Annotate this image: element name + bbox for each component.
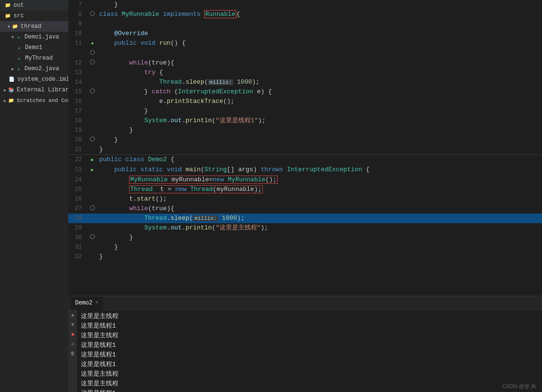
sidebar-item-scratches[interactable]: ▶ 📁 Scratches and Console: [0, 95, 68, 106]
table-row: 24 MyRunnable myRunnable=new MyRunnable(…: [68, 175, 542, 185]
code-editor[interactable]: 7 } 8 class MyRunnable implements Runnab…: [68, 0, 542, 296]
line-gutter: ▶: [88, 165, 97, 175]
bottom-side-icons: ▲ ▼ ■ ↺ 🗑: [68, 310, 77, 392]
line-code: @Override: [97, 29, 542, 38]
sidebar-label-mythread: MyThread: [25, 55, 53, 62]
line-gutter: ●: [88, 38, 97, 58]
console-line: 这里是线程1: [81, 341, 538, 350]
bottom-panel: Demo2 × ▲ ▼ ■ ↺ 🗑 这里是主线程这里是线程1这里是主线程这里是线…: [68, 296, 542, 392]
watermark: CSDN @登 风: [503, 383, 536, 390]
scroll-down-icon[interactable]: ▼: [69, 321, 76, 328]
sidebar-label-system-code: system_code.iml: [17, 76, 68, 83]
line-number: 28: [68, 214, 88, 223]
sidebar-label-ext-libs: External Libraries: [17, 87, 68, 93]
line-code: e.printStackTrace();: [97, 97, 542, 106]
clear-icon[interactable]: 🗑: [69, 350, 76, 357]
lib-icon-ext: 📚: [7, 86, 15, 94]
console-line: 这里是线程1: [81, 350, 538, 360]
line-number: 21: [68, 145, 88, 155]
table-row: 10 @Override: [68, 29, 542, 38]
java-icon-demo1: ☕: [15, 44, 23, 51]
line-number: 32: [68, 252, 88, 262]
sidebar-item-ext-libs[interactable]: ▶ 📚 External Libraries: [0, 85, 68, 95]
scroll-up-icon[interactable]: ▲: [69, 312, 76, 318]
sidebar-item-demo1[interactable]: ☕ Demo1: [0, 42, 68, 53]
folder-icon-thread: 📁: [11, 23, 19, 30]
tab-close-icon[interactable]: ×: [95, 300, 98, 305]
line-gutter: [88, 194, 97, 204]
console-line: 这里是线程1: [81, 389, 538, 392]
sidebar-item-system-code[interactable]: 📄 system_code.iml: [0, 74, 68, 85]
exec-indicator: ●: [91, 41, 94, 46]
rerun-icon[interactable]: ↺: [69, 341, 76, 347]
stop-icon[interactable]: ■: [69, 331, 76, 338]
line-gutter: [88, 58, 97, 68]
line-gutter: [88, 29, 97, 38]
table-row: 12 while(true){: [68, 58, 542, 68]
line-gutter: [88, 185, 97, 194]
tab-demo2[interactable]: Demo2 ×: [70, 296, 103, 310]
line-gutter: [88, 233, 97, 242]
line-number: 16: [68, 97, 88, 106]
sidebar-label-demo1: Demo1: [25, 44, 42, 51]
sidebar-label-demo1java: Demo1.java: [25, 34, 59, 40]
line-code: }: [97, 135, 542, 145]
console-line: 这里是线程1: [81, 321, 538, 331]
breakpoint-circle: [90, 205, 95, 210]
table-row: 31 }: [68, 242, 542, 252]
line-number: 24: [68, 175, 88, 185]
table-row: 26 t.start();: [68, 194, 542, 204]
java-icon-demo2java: ☕: [15, 65, 23, 73]
console-line: 这里是主线程: [81, 369, 538, 379]
line-code: }: [97, 0, 542, 10]
line-code: Thread.sleep(millis: 1000);: [97, 214, 542, 223]
sidebar: 📁 out 📁 src ▼ 📁 thread ▼ ☕ Demo1.java ☕ …: [0, 0, 68, 392]
line-gutter: [88, 77, 97, 87]
sidebar-item-demo1java[interactable]: ▼ ☕ Demo1.java: [0, 32, 68, 42]
line-code: System.out.println("这里是线程1");: [97, 116, 542, 126]
table-row: 14 Thread.sleep(millis: 1000);: [68, 77, 542, 87]
sidebar-item-src[interactable]: 📁 src: [0, 11, 68, 21]
line-number: 11: [68, 38, 88, 58]
sidebar-item-out[interactable]: 📁 out: [0, 0, 68, 11]
line-number: 18: [68, 116, 88, 126]
tab-demo2-label: Demo2: [75, 300, 92, 306]
bottom-tabs-bar: Demo2 ×: [68, 296, 542, 310]
table-row: 20 }: [68, 135, 542, 145]
chevron-down-icon: ▼: [8, 25, 10, 29]
sidebar-label-demo2java: Demo2.java: [25, 65, 59, 72]
line-gutter: [88, 145, 97, 155]
sidebar-label-out: out: [13, 2, 24, 9]
line-gutter: [88, 68, 97, 77]
breakpoint-circle: [90, 60, 95, 64]
line-gutter: [88, 135, 97, 145]
line-code: MyRunnable myRunnable=new MyRunnable();: [97, 175, 542, 185]
line-number: 31: [68, 242, 88, 252]
folder-icon-scratches: 📁: [7, 97, 15, 104]
table-row: 13 try {: [68, 68, 542, 77]
line-code: }: [97, 252, 542, 262]
line-gutter: [88, 0, 97, 10]
sidebar-item-thread[interactable]: ▼ 📁 thread: [0, 21, 68, 32]
run-arrow: ▶: [91, 167, 94, 173]
sidebar-item-demo2java[interactable]: ▶ ☕ Demo2.java: [0, 63, 68, 74]
line-code: }: [97, 106, 542, 116]
sidebar-label-scratches: Scratches and Console: [17, 98, 68, 103]
chevron-right-icon-demo2: ▶: [12, 67, 14, 71]
line-gutter: [88, 19, 97, 29]
line-code: public static void main(String[] args) t…: [97, 165, 542, 175]
line-code: Thread.sleep(millis: 1000);: [97, 77, 542, 87]
line-code: }: [97, 126, 542, 135]
line-number: 14: [68, 77, 88, 87]
sidebar-item-mythread[interactable]: ☕ MyThread: [0, 53, 68, 63]
line-gutter: [88, 126, 97, 135]
line-gutter: [88, 116, 97, 126]
console-output: 这里是主线程这里是线程1这里是主线程这里是线程1这里是线程1这里是线程1这里是主…: [77, 310, 542, 392]
line-number: 27: [68, 204, 88, 214]
line-number: 15: [68, 87, 88, 97]
line-gutter: [88, 97, 97, 106]
line-gutter: [88, 10, 97, 19]
console-line: 这里是线程1: [81, 360, 538, 369]
table-row: 32 }: [68, 252, 542, 262]
line-code: t.start();: [97, 194, 542, 204]
